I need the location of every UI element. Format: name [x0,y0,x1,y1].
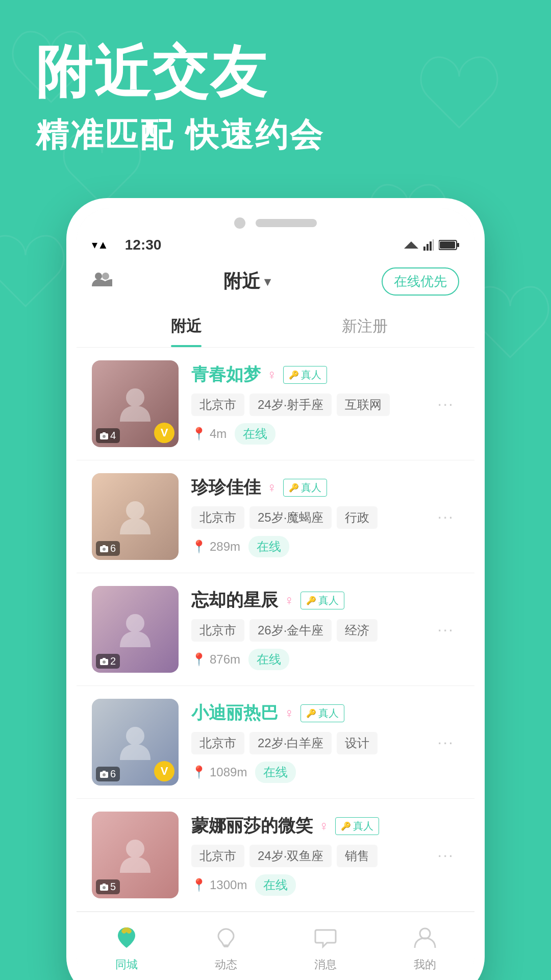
user-tag: 24岁·双鱼座 [249,845,332,867]
tongcheng-icon [111,922,142,953]
online-badge: 在线 [255,762,296,783]
user-distance-row: 📍 4m 在线 [191,423,432,445]
user-info: 小迪丽热巴 ♀ 🔑真人 北京市22岁·白羊座设计 📍 1089m 在线 [191,701,432,783]
more-button[interactable]: ··· [432,502,459,531]
top-nav: 附近 ▾ 在线优先 [77,257,474,306]
pin-icon: 📍 [191,765,207,779]
user-item-1[interactable]: 4 V 青春如梦 ♀ 🔑真人 北京市24岁·射手座互联网 📍 4m 在线 ··· [77,348,474,460]
user-tag: 销售 [337,845,378,867]
svg-point-22 [126,727,144,745]
svg-marker-0 [404,241,418,249]
status-icons: ▾▲ [92,238,109,252]
more-button[interactable]: ··· [432,841,459,870]
settings-icon[interactable] [92,269,112,294]
user-info: 青春如梦 ♀ 🔑真人 北京市24岁·射手座互联网 📍 4m 在线 [191,363,432,445]
user-tag: 设计 [337,732,378,754]
tongcheng-label: 同城 [115,957,138,972]
pin-icon: 📍 [191,652,207,667]
user-tag: 26岁·金牛座 [249,619,332,642]
svg-point-20 [103,660,106,664]
phone-inner: ▾▲ 12:30 [77,208,474,980]
svg-rect-30 [223,945,229,947]
user-name: 蒙娜丽莎的微笑 [191,814,313,838]
user-distance: 📍 1089m [191,765,247,779]
photo-count: 4 [96,428,120,443]
user-name: 忘却的星辰 [191,589,278,612]
user-item-4[interactable]: 6 V 小迪丽热巴 ♀ 🔑真人 北京市22岁·白羊座设计 📍 1089m 在线 … [77,686,474,799]
online-badge: 在线 [248,536,289,557]
user-avatar-wrapper: 5 [92,812,179,898]
app-content: 附近 ▾ 在线优先 附近 新注册 [77,257,474,980]
user-avatar-wrapper: 6 V [92,699,179,786]
svg-rect-4 [433,239,434,251]
user-distance: 📍 1300m [191,878,247,892]
phone-outer: ▾▲ 12:30 [66,198,485,980]
gender-icon: ♀ [284,705,294,721]
gender-icon: ♀ [267,480,277,496]
bottom-nav-tongcheng[interactable]: 同城 [111,922,142,972]
user-name: 珍珍佳佳 [191,476,261,499]
user-name-row: 珍珍佳佳 ♀ 🔑真人 [191,476,432,499]
wode-label: 我的 [414,957,436,972]
svg-point-14 [126,501,144,520]
phone-wrapper: ▾▲ 12:30 [0,198,551,980]
online-badge: 在线 [235,423,276,445]
svg-point-26 [126,840,144,858]
bottom-nav-wode[interactable]: 我的 [410,922,440,972]
more-button[interactable]: ··· [432,728,459,757]
verified-badge: 🔑真人 [335,817,379,835]
svg-point-24 [103,773,106,776]
more-button[interactable]: ··· [432,389,459,419]
bottom-nav: 同城 动态 [77,912,474,980]
header-subtitle: 精准匹配 快速约会 [36,113,515,157]
user-tag: 北京市 [191,394,244,416]
svg-point-16 [103,548,106,551]
verified-badge: 🔑真人 [283,479,327,497]
user-name-row: 蒙娜丽莎的微笑 ♀ 🔑真人 [191,814,432,838]
verified-badge: 🔑真人 [300,704,344,722]
verified-badge: 🔑真人 [283,366,327,384]
bottom-nav-dongtai[interactable]: 动态 [211,922,241,972]
verified-icon: 🔑 [289,370,299,380]
svg-rect-6 [457,243,459,247]
user-tag: 北京市 [191,506,244,529]
svg-point-8 [95,273,102,280]
online-priority-button[interactable]: 在线优先 [382,267,459,296]
user-avatar-wrapper: 4 V [92,360,179,447]
user-distance-row: 📍 876m 在线 [191,649,432,670]
battery-icon [439,239,459,251]
user-tag: 经济 [337,619,378,642]
photo-count: 5 [96,879,120,894]
photo-count: 2 [96,654,120,669]
online-badge: 在线 [255,874,296,896]
user-name-row: 忘却的星辰 ♀ 🔑真人 [191,589,432,612]
svg-rect-17 [103,545,106,547]
user-tags: 北京市22岁·白羊座设计 [191,732,432,754]
user-name-row: 小迪丽热巴 ♀ 🔑真人 [191,701,432,725]
user-item-5[interactable]: 5 蒙娜丽莎的微笑 ♀ 🔑真人 北京市24岁·双鱼座销售 📍 1300m 在线 … [77,799,474,912]
phone-speaker [256,219,317,227]
wifi-icon: ▾▲ [92,238,109,252]
tab-new-register[interactable]: 新注册 [276,306,454,347]
user-item-2[interactable]: 6 珍珍佳佳 ♀ 🔑真人 北京市25岁·魔蝎座行政 📍 289m 在线 ··· [77,460,474,573]
user-tags: 北京市25岁·魔蝎座行政 [191,506,432,529]
user-tag: 北京市 [191,845,244,867]
cellular-icon [423,239,434,251]
verified-icon: 🔑 [289,483,299,493]
user-avatar-wrapper: 2 [92,586,179,673]
bottom-nav-xiaoxi[interactable]: 消息 [310,922,341,972]
user-tag: 24岁·射手座 [249,394,332,416]
user-info: 忘却的星辰 ♀ 🔑真人 北京市26岁·金牛座经济 📍 876m 在线 [191,589,432,670]
user-distance-row: 📍 1089m 在线 [191,762,432,783]
tab-bar: 附近 新注册 [77,306,474,348]
gender-icon: ♀ [284,593,294,608]
vip-badge: V [154,761,174,781]
nav-title[interactable]: 附近 ▾ [223,269,270,294]
more-button[interactable]: ··· [432,615,459,644]
user-tags: 北京市26岁·金牛座经济 [191,619,432,642]
status-time: 12:30 [125,237,162,253]
xiaoxi-label: 消息 [314,957,337,972]
user-item-3[interactable]: 2 忘却的星辰 ♀ 🔑真人 北京市26岁·金牛座经济 📍 876m 在线 ··· [77,573,474,686]
tab-nearby[interactable]: 附近 [97,306,276,347]
verified-icon: 🔑 [306,708,316,718]
